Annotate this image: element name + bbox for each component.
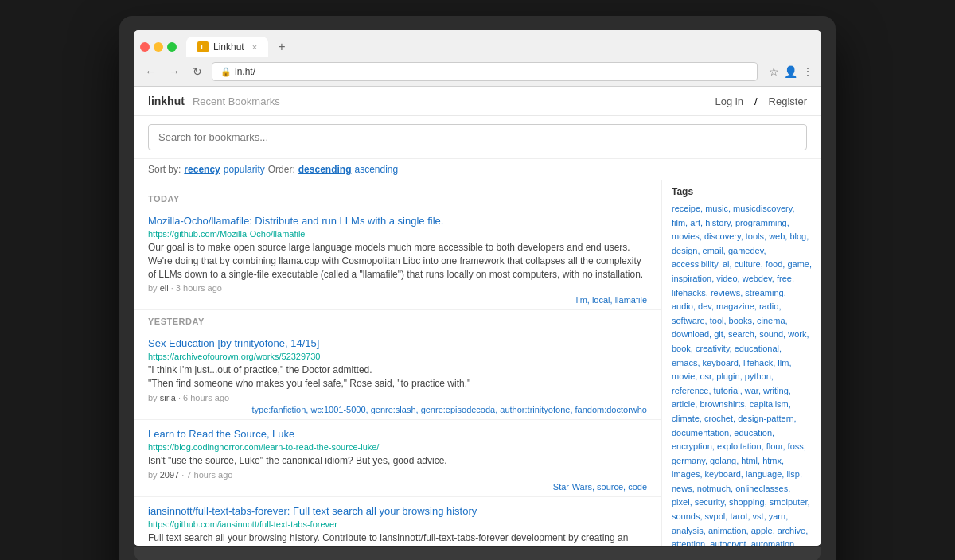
tag-link[interactable]: art xyxy=(690,218,700,228)
tag-link[interactable]: streaming xyxy=(745,288,783,298)
new-tab-button[interactable]: + xyxy=(271,37,291,57)
tag-link[interactable]: game xyxy=(787,259,809,269)
tag-link[interactable]: software xyxy=(672,316,705,325)
tag-link[interactable]: climate xyxy=(672,414,700,423)
tag-link[interactable]: golang xyxy=(710,456,736,465)
bookmark-title[interactable]: iansinnott/full-text-tabs-forever: Full … xyxy=(148,505,477,517)
tag-link[interactable]: crochet xyxy=(704,414,733,423)
tag-link[interactable]: discovery xyxy=(704,231,741,241)
tag-link[interactable]: ai xyxy=(723,259,730,269)
tag-link[interactable]: writing xyxy=(763,386,789,395)
address-bar[interactable]: 🔒 ln.ht/ xyxy=(212,62,758,81)
traffic-light-yellow[interactable] xyxy=(154,42,163,52)
tag-link[interactable]: brownshirts xyxy=(700,399,744,409)
tag-link[interactable]: vst xyxy=(753,511,764,521)
tag-link[interactable]: git xyxy=(714,329,723,339)
tag-link[interactable]: tutorial xyxy=(714,386,740,395)
tag-link[interactable]: llm xyxy=(778,358,789,368)
tag-link[interactable]: work xyxy=(788,329,806,339)
sort-recency[interactable]: recency xyxy=(184,164,220,175)
tag-link[interactable]: onlineclasses xyxy=(735,484,788,493)
tag-link[interactable]: tarot xyxy=(730,511,747,521)
tag-link[interactable]: notmuch xyxy=(697,484,731,493)
tag-link[interactable]: keyboard xyxy=(705,469,741,479)
tag-link[interactable]: yarn xyxy=(769,511,785,521)
tag-link[interactable]: python xyxy=(745,371,771,381)
tag-link[interactable]: musicdiscovery xyxy=(733,204,792,213)
tag-link[interactable]: htmx xyxy=(762,456,782,465)
tag-link[interactable]: music xyxy=(705,204,728,213)
tag-link[interactable]: email xyxy=(703,246,723,255)
tag-link[interactable]: reference xyxy=(672,386,708,395)
tag-link[interactable]: magazine xyxy=(716,301,754,311)
tag-link[interactable]: design-pattern xyxy=(738,414,793,423)
tag-link[interactable]: html xyxy=(741,456,758,465)
tag-link[interactable]: educational xyxy=(735,344,779,353)
tag-link[interactable]: images xyxy=(672,469,700,479)
tag-link[interactable]: tools xyxy=(746,231,764,241)
tag-link[interactable]: war xyxy=(745,386,758,395)
tag-link[interactable]: news xyxy=(672,484,692,493)
tag-link[interactable]: lifehacks xyxy=(672,288,706,298)
tag-link[interactable]: radio xyxy=(759,301,778,311)
tag-link[interactable]: cinema xyxy=(757,316,785,325)
tag-link[interactable]: download xyxy=(672,329,709,339)
forward-button[interactable]: → xyxy=(166,64,183,80)
tag-link[interactable]: language xyxy=(746,469,782,479)
traffic-light-red[interactable] xyxy=(140,42,150,52)
sort-popularity[interactable]: popularity xyxy=(224,164,265,175)
tag-link[interactable]: movie xyxy=(672,371,695,381)
search-input[interactable] xyxy=(148,124,807,150)
tag-link[interactable]: germany xyxy=(672,456,705,465)
tag-link[interactable]: dev xyxy=(698,301,711,311)
tag-link[interactable]: osr xyxy=(700,371,711,381)
tag-link[interactable]: tool xyxy=(710,316,724,325)
login-link[interactable]: Log in xyxy=(715,95,743,107)
tag-link[interactable]: film xyxy=(672,218,685,228)
bookmark-title[interactable]: Sex Education [by trinityofone, 14/15] xyxy=(148,337,319,349)
back-button[interactable]: ← xyxy=(142,64,159,80)
tag-link[interactable]: analysis xyxy=(672,526,704,535)
tag-link[interactable]: article xyxy=(672,399,695,409)
tag-link[interactable]: sound xyxy=(759,329,783,339)
tag-link[interactable]: food xyxy=(766,259,782,269)
tag-link[interactable]: documentation xyxy=(672,428,729,438)
tag-link[interactable]: inspiration xyxy=(672,274,711,283)
tag-link[interactable]: automation xyxy=(751,539,794,546)
tag-link[interactable]: svpol xyxy=(705,511,726,521)
tag-link[interactable]: book xyxy=(672,344,691,353)
tag-link[interactable]: blog xyxy=(789,231,806,241)
bookmark-title[interactable]: Mozilla-Ocho/llamafile: Distribute and r… xyxy=(148,215,443,227)
tag-link[interactable]: sounds xyxy=(672,511,700,521)
tag-link[interactable]: creativity xyxy=(696,344,730,353)
tag-link[interactable]: culture xyxy=(735,259,761,269)
tag-link[interactable]: flour xyxy=(766,441,783,451)
tag-link[interactable]: programming xyxy=(735,218,787,228)
bookmark-title[interactable]: Learn to Read the Source, Luke xyxy=(148,428,294,440)
tab-close-button[interactable]: × xyxy=(252,42,257,52)
tag-link[interactable]: apple xyxy=(751,526,773,535)
order-ascending[interactable]: ascending xyxy=(354,164,398,175)
bookmark-tags[interactable]: Star-Wars, source, code xyxy=(148,482,647,492)
tag-link[interactable]: audio xyxy=(672,301,693,311)
refresh-button[interactable]: ↻ xyxy=(189,64,205,80)
tag-link[interactable]: security xyxy=(695,497,724,507)
tag-link[interactable]: movies xyxy=(672,231,700,241)
tag-link[interactable]: books xyxy=(729,316,752,325)
tag-link[interactable]: video xyxy=(716,274,737,283)
tag-link[interactable]: design xyxy=(672,246,697,255)
tag-link[interactable]: emacs xyxy=(672,358,697,368)
tag-link[interactable]: keyboard xyxy=(703,358,739,368)
tag-link[interactable]: smolputer xyxy=(770,497,808,507)
tag-link[interactable]: reviews xyxy=(711,288,740,298)
tag-link[interactable]: plugin xyxy=(716,371,739,381)
order-descending[interactable]: descending xyxy=(298,164,352,175)
profile-button[interactable]: 👤 xyxy=(784,65,797,78)
tag-link[interactable]: accessibility xyxy=(672,259,718,269)
menu-button[interactable]: ⋮ xyxy=(802,65,813,78)
tag-link[interactable]: search xyxy=(728,329,754,339)
bookmark-tags[interactable]: type:fanfiction, wc:1001-5000, genre:sla… xyxy=(148,405,647,414)
tag-link[interactable]: foss xyxy=(788,441,804,451)
tag-link[interactable]: gamedev xyxy=(728,246,763,255)
tag-link[interactable]: encryption xyxy=(672,441,712,451)
